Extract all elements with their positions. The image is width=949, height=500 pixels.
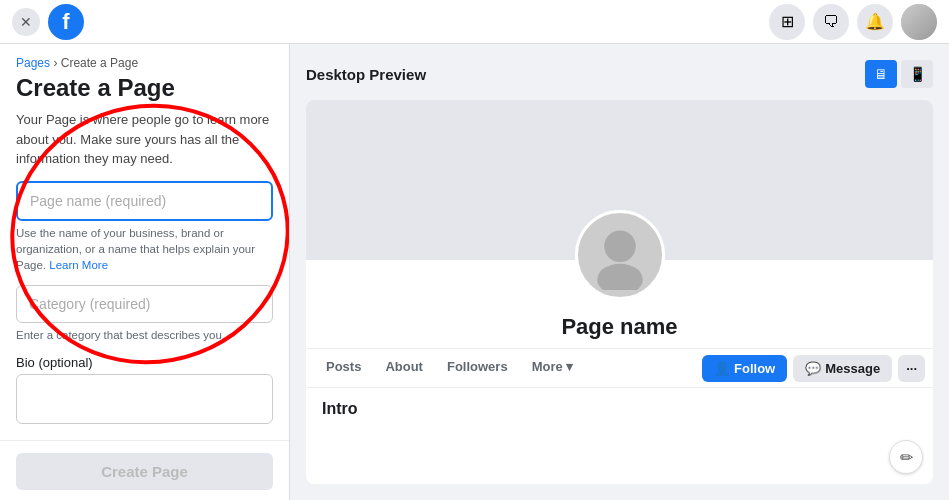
preview-page-name: Page name bbox=[322, 314, 917, 340]
left-panel: Pages › Create a Page Create a Page Your… bbox=[0, 44, 290, 500]
category-group: Enter a category that best describes you… bbox=[16, 285, 273, 343]
edit-icon: ✏ bbox=[900, 448, 913, 467]
mobile-preview-button[interactable]: 📱 bbox=[901, 60, 933, 88]
more-actions-button[interactable]: ··· bbox=[898, 355, 925, 382]
facebook-logo: f bbox=[48, 4, 84, 40]
form-section: Use the name of your business, brand or … bbox=[0, 181, 289, 440]
tab-followers[interactable]: Followers bbox=[435, 349, 520, 387]
page-title: Create a Page bbox=[0, 72, 289, 110]
svg-point-0 bbox=[604, 231, 636, 263]
breadcrumb-separator: › bbox=[53, 56, 60, 70]
left-bottom: Create Page By creating a Page, you agre… bbox=[0, 440, 289, 500]
page-name-input[interactable] bbox=[16, 181, 273, 221]
mobile-icon: 📱 bbox=[909, 66, 926, 82]
follow-button[interactable]: 👤 Follow bbox=[702, 355, 787, 382]
preview-header: Desktop Preview 🖥 📱 bbox=[306, 60, 933, 88]
breadcrumb: Pages › Create a Page bbox=[0, 44, 289, 72]
page-tabs: Posts About Followers More ▾ 👤 bbox=[306, 348, 933, 387]
intro-section: Intro bbox=[306, 387, 933, 430]
breadcrumb-pages-link[interactable]: Pages bbox=[16, 56, 50, 70]
bio-label: Bio (optional) bbox=[16, 355, 273, 370]
profile-avatar bbox=[575, 210, 665, 300]
nav-left: ✕ f bbox=[12, 4, 84, 40]
grid-icon-button[interactable]: ⊞ bbox=[769, 4, 805, 40]
preview-toggle: 🖥 📱 bbox=[865, 60, 933, 88]
preview-scroll: Page name Posts About Followers More bbox=[306, 100, 933, 484]
page-name-group: Use the name of your business, brand or … bbox=[16, 181, 273, 273]
message-button[interactable]: 💬 Message bbox=[793, 355, 892, 382]
top-nav: ✕ f ⊞ 🗨 🔔 bbox=[0, 0, 949, 44]
close-button[interactable]: ✕ bbox=[12, 8, 40, 36]
cover-photo-area bbox=[306, 100, 933, 260]
messenger-icon-button[interactable]: 🗨 bbox=[813, 4, 849, 40]
follow-icon: 👤 bbox=[714, 361, 730, 376]
bell-icon: 🔔 bbox=[865, 12, 885, 31]
right-panel: Desktop Preview 🖥 📱 bbox=[290, 44, 949, 500]
bell-icon-button[interactable]: 🔔 bbox=[857, 4, 893, 40]
learn-more-link[interactable]: Learn More bbox=[49, 259, 108, 271]
profile-avatar-wrapper bbox=[575, 210, 665, 300]
page-info: Page name bbox=[306, 310, 933, 348]
bio-input[interactable] bbox=[16, 374, 273, 424]
chevron-down-icon: ▾ bbox=[566, 359, 573, 374]
tab-actions: 👤 Follow 💬 Message ··· bbox=[702, 355, 925, 382]
bio-group: Bio (optional) bbox=[16, 355, 273, 428]
nav-right: ⊞ 🗨 🔔 bbox=[769, 4, 937, 40]
category-input[interactable] bbox=[16, 285, 273, 323]
breadcrumb-current: Create a Page bbox=[61, 56, 138, 70]
create-page-button[interactable]: Create Page bbox=[16, 453, 273, 490]
user-avatar[interactable] bbox=[901, 4, 937, 40]
category-hint: Enter a category that best describes you… bbox=[16, 327, 273, 343]
preview-title: Desktop Preview bbox=[306, 66, 426, 83]
messenger-icon: 🗨 bbox=[823, 13, 839, 31]
edit-float-button[interactable]: ✏ bbox=[889, 440, 923, 474]
tab-posts[interactable]: Posts bbox=[314, 349, 373, 387]
desktop-preview-button[interactable]: 🖥 bbox=[865, 60, 897, 88]
preview-box: Page name Posts About Followers More bbox=[306, 100, 933, 484]
svg-point-1 bbox=[597, 264, 643, 290]
page-description: Your Page is where people go to learn mo… bbox=[0, 110, 289, 181]
desktop-icon: 🖥 bbox=[874, 66, 888, 82]
page-name-hint: Use the name of your business, brand or … bbox=[16, 225, 273, 273]
grid-icon: ⊞ bbox=[781, 12, 794, 31]
main-content: Pages › Create a Page Create a Page Your… bbox=[0, 44, 949, 500]
avatar-silhouette bbox=[578, 213, 662, 297]
intro-title: Intro bbox=[322, 400, 917, 418]
tab-more[interactable]: More ▾ bbox=[520, 349, 585, 387]
message-icon: 💬 bbox=[805, 361, 821, 376]
tab-about[interactable]: About bbox=[373, 349, 435, 387]
